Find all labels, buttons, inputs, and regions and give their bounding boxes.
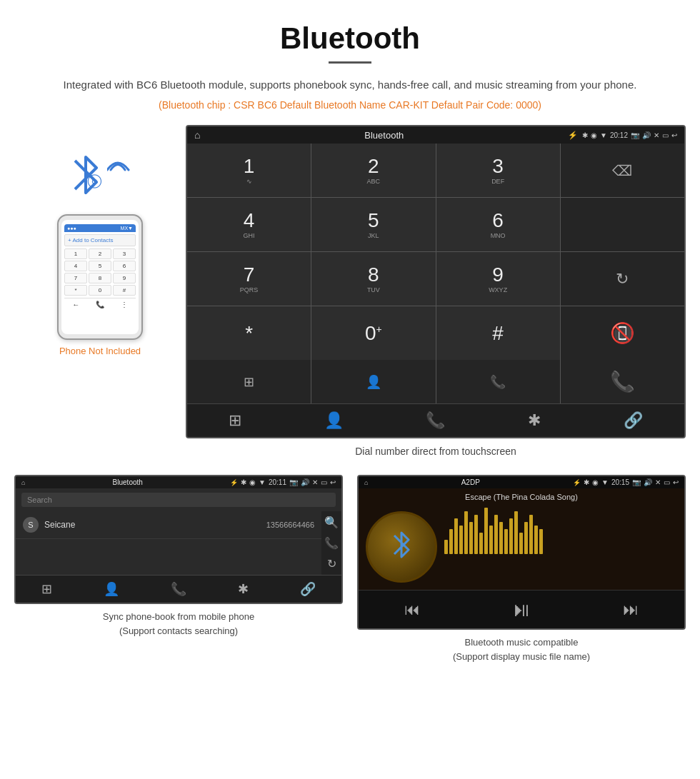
dial-key-1[interactable]: 1 ∿ bbox=[187, 144, 311, 197]
visualizer-bar bbox=[479, 533, 483, 554]
backspace-icon[interactable]: ⌫ bbox=[612, 162, 632, 179]
bluetooth-status-icon: ✱ bbox=[582, 131, 588, 139]
green-call-icon[interactable]: 📞 bbox=[610, 370, 635, 393]
pb-search-icon[interactable]: 🔍 bbox=[324, 516, 339, 529]
back-icon: ↩ bbox=[671, 131, 677, 139]
pb-status-icons: ✱ ◉ ▼ 20:11 📷 🔊 ✕ ▭ ↩ bbox=[241, 478, 336, 486]
music-time: 20:15 bbox=[611, 478, 629, 486]
dialpad-call-icon[interactable]: 📞 bbox=[426, 411, 445, 430]
dial-key-6[interactable]: 6 MNO bbox=[436, 198, 560, 251]
dial-key-4[interactable]: 4 GHI bbox=[187, 198, 311, 251]
phone-key-7: 7 bbox=[64, 273, 87, 283]
dial-letters-1: ∿ bbox=[246, 178, 252, 185]
visualizer-bar bbox=[494, 515, 498, 554]
dial-bottom-green-call[interactable]: 📞 bbox=[561, 360, 684, 403]
album-bluetooth-icon bbox=[391, 530, 412, 565]
home-icon: ⌂ bbox=[194, 129, 200, 141]
pb-back-icon: ↩ bbox=[330, 478, 336, 486]
pb-bluetooth-icon: ✱ bbox=[241, 478, 246, 486]
pb-person-icon[interactable]: 👤 bbox=[104, 581, 119, 597]
dialpad-bluetooth-icon[interactable]: ✱ bbox=[528, 411, 541, 430]
phone-menu-icon: ⋮ bbox=[121, 301, 128, 308]
phonebook-screen: ⌂ Bluetooth ⚡ ✱ ◉ ▼ 20:11 📷 🔊 ✕ ▭ ↩ Sear… bbox=[14, 475, 343, 604]
album-bt-svg bbox=[391, 530, 412, 560]
prev-track-icon[interactable]: ⏮ bbox=[404, 600, 420, 619]
dial-key-0[interactable]: 0+ bbox=[311, 306, 435, 360]
phonebook-search[interactable]: Search bbox=[21, 493, 336, 507]
phone-key-hash: # bbox=[113, 285, 136, 296]
dial-key-hash[interactable]: # bbox=[436, 306, 560, 360]
refresh-icon[interactable]: ↻ bbox=[616, 270, 629, 288]
dialpad-grid-icon[interactable]: ⊞ bbox=[229, 411, 241, 430]
next-track-icon[interactable]: ⏭ bbox=[623, 600, 639, 619]
pb-camera-icon: 📷 bbox=[289, 478, 298, 486]
dial-num-2: 2 bbox=[368, 156, 379, 176]
pb-grid-icon[interactable]: ⊞ bbox=[41, 581, 52, 597]
usb-icon: ⚡ bbox=[568, 131, 578, 140]
phone-key-3: 3 bbox=[113, 248, 136, 259]
phonebook-contacts-list: S Seicane 13566664466 bbox=[16, 511, 321, 575]
contact-item-seicane[interactable]: S Seicane 13566664466 bbox=[16, 511, 321, 539]
music-close-icon: ✕ bbox=[655, 478, 661, 486]
dial-key-9[interactable]: 9 WXYZ bbox=[436, 252, 560, 306]
dial-key-star[interactable]: * bbox=[187, 306, 311, 360]
window-icon: ▭ bbox=[662, 131, 669, 139]
music-signal-icon: ▼ bbox=[601, 478, 609, 486]
pb-bluetooth-bottom-icon[interactable]: ✱ bbox=[238, 581, 249, 597]
dial-key-8[interactable]: 8 TUV bbox=[311, 252, 435, 306]
phonebook-panel: ⌂ Bluetooth ⚡ ✱ ◉ ▼ 20:11 📷 🔊 ✕ ▭ ↩ Sear… bbox=[14, 475, 343, 663]
dial-num-hash: # bbox=[492, 323, 504, 343]
time-display: 20:12 bbox=[610, 131, 628, 139]
dial-key-5[interactable]: 5 JKL bbox=[311, 198, 435, 251]
dial-bottom-contact[interactable]: 👤 bbox=[311, 360, 435, 403]
phonebook-status-bar: ⌂ Bluetooth ⚡ ✱ ◉ ▼ 20:11 📷 🔊 ✕ ▭ ↩ bbox=[16, 476, 341, 488]
album-art bbox=[366, 511, 437, 583]
search-placeholder: Search bbox=[27, 496, 52, 504]
contact-number: 13566664466 bbox=[266, 521, 314, 529]
pb-phone-icon[interactable]: 📞 bbox=[171, 581, 186, 597]
description: Integrated with BC6 Bluetooth module, su… bbox=[14, 76, 686, 94]
dial-key-2[interactable]: 2 ABC bbox=[311, 144, 435, 197]
visualizer-bar bbox=[489, 526, 493, 554]
dialpad-link-icon[interactable]: 🔗 bbox=[624, 411, 643, 430]
pb-link-icon[interactable]: 🔗 bbox=[300, 581, 316, 597]
camera-icon: 📷 bbox=[631, 131, 639, 139]
dial-key-3[interactable]: 3 DEF bbox=[436, 144, 560, 197]
signal-icon: ▼ bbox=[600, 131, 607, 139]
page-title: Bluetooth bbox=[14, 21, 686, 56]
pb-refresh-icon[interactable]: ↻ bbox=[327, 557, 336, 571]
dial-letters-8: TUV bbox=[367, 286, 380, 293]
pb-location-icon: ◉ bbox=[249, 478, 256, 486]
dial-screen: ⌂ Bluetooth ⚡ ✱ ◉ ▼ 20:12 📷 🔊 ✕ ▭ ↩ bbox=[186, 125, 686, 438]
dial-bottom-phone[interactable]: 📞 bbox=[436, 360, 560, 403]
music-bluetooth-icon: ✱ bbox=[584, 478, 589, 486]
music-visualizer bbox=[444, 511, 677, 554]
visualizer-bar bbox=[499, 522, 503, 554]
dial-num-5: 5 bbox=[368, 211, 379, 231]
phone-keypad: 1 2 3 4 5 6 7 8 9 * 0 # bbox=[64, 248, 136, 296]
phone-back-icon: ← bbox=[72, 301, 79, 308]
visualizer-bar bbox=[464, 511, 468, 554]
dial-num-6: 6 bbox=[492, 211, 504, 231]
dial-bottom-grid-icon[interactable]: ⊞ bbox=[187, 360, 311, 403]
phonebook-caption: Sync phone-book from mobile phone(Suppor… bbox=[103, 610, 254, 638]
dial-cell-call-end: 📵 bbox=[561, 306, 684, 360]
pb-call-icon[interactable]: 📞 bbox=[324, 536, 339, 550]
phone-key-6: 6 bbox=[113, 261, 136, 271]
dial-num-9: 9 bbox=[492, 265, 504, 285]
visualizer-bar bbox=[474, 515, 478, 554]
dial-num-4: 4 bbox=[244, 211, 255, 231]
dial-screen-title: Bluetooth bbox=[204, 130, 564, 141]
volume-icon: 🔊 bbox=[642, 131, 651, 139]
play-pause-icon[interactable]: ⏯ bbox=[511, 598, 531, 621]
end-call-icon[interactable]: 📵 bbox=[610, 321, 635, 345]
dial-letters-5: JKL bbox=[368, 232, 379, 239]
dial-key-7[interactable]: 7 PQRS bbox=[187, 252, 311, 306]
phone-key-9: 9 bbox=[113, 273, 136, 283]
dialpad-person-icon[interactable]: 👤 bbox=[324, 411, 344, 430]
grid-icon: ⊞ bbox=[244, 374, 254, 390]
music-status-bar: ⌂ A2DP ⚡ ✱ ◉ ▼ 20:15 📷 🔊 ✕ ▭ ↩ bbox=[359, 476, 684, 488]
pb-window-icon: ▭ bbox=[321, 478, 327, 486]
dial-num-0: 0+ bbox=[365, 323, 382, 343]
visualizer-bar bbox=[444, 540, 448, 554]
